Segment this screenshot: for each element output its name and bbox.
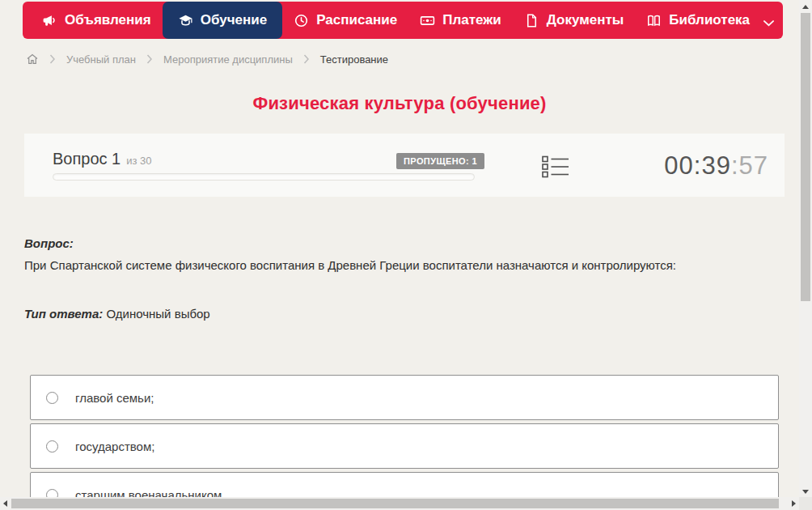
answer-option[interactable]: государством; — [30, 423, 779, 469]
breadcrumb-separator-icon — [49, 54, 56, 64]
nav-item-announcements[interactable]: Объявления — [31, 2, 163, 39]
countdown-timer: 00:39:57 — [664, 151, 768, 181]
breadcrumb-separator-icon — [146, 54, 153, 64]
nav-item-label: Документы — [547, 12, 624, 28]
scroll-left-arrow-icon[interactable] — [3, 500, 7, 507]
question-counter: Вопрос 1 из 30 — [53, 150, 152, 168]
nav-item-label: Библиотека — [669, 12, 750, 28]
chevron-down-icon — [761, 15, 772, 26]
megaphone-icon — [42, 13, 57, 28]
question-number: Вопрос 1 — [53, 150, 121, 168]
vertical-scrollbar-thumb[interactable] — [801, 13, 810, 301]
question-total: из 30 — [126, 155, 151, 167]
page-title: Физическая культура (обучение) — [0, 93, 799, 114]
nav-item-library[interactable]: Библиотека — [635, 2, 783, 39]
horizontal-scrollbar-thumb[interactable] — [11, 499, 779, 508]
breadcrumb-item-testing: Тестирование — [320, 53, 388, 66]
vertical-scrollbar[interactable] — [799, 0, 812, 497]
clock-icon — [294, 13, 309, 28]
nav-item-label: Платежи — [442, 12, 501, 28]
horizontal-scrollbar[interactable] — [0, 497, 799, 510]
question-text: При Спартанской системе физического восп… — [24, 257, 780, 273]
radio-button-icon[interactable] — [46, 440, 58, 453]
skipped-badge: ПРОПУЩЕНО: 1 — [396, 153, 484, 169]
scrollbar-corner — [799, 497, 812, 510]
scroll-up-arrow-icon[interactable] — [802, 5, 809, 9]
nav-item-learning[interactable]: Обучение — [163, 2, 282, 39]
breadcrumb: Учебный план Мероприятие дисциплины Тест… — [26, 51, 388, 67]
quiz-progress-bar — [53, 173, 475, 181]
scroll-down-arrow-icon[interactable] — [802, 490, 809, 494]
nav-item-schedule[interactable]: Расписание — [282, 2, 408, 39]
nav-item-label: Расписание — [316, 12, 397, 28]
home-icon[interactable] — [26, 53, 39, 66]
top-navbar: Объявления Обучение Расписание Платежи Д… — [23, 2, 783, 39]
answer-option-label: главой семьи; — [75, 391, 154, 405]
answer-type-value: Одиночный выбор — [106, 307, 209, 321]
breadcrumb-item-study-plan[interactable]: Учебный план — [66, 53, 136, 66]
banknote-icon — [420, 13, 435, 28]
scroll-right-arrow-icon[interactable] — [792, 500, 796, 507]
quiz-header-panel: Вопрос 1 из 30 ПРОПУЩЕНО: 1 00:39:57 — [24, 134, 785, 197]
nav-item-label: Объявления — [65, 12, 151, 28]
answer-type-label: Тип ответа: — [24, 307, 103, 321]
nav-item-documents[interactable]: Документы — [513, 2, 636, 39]
answer-option[interactable]: главой семьи; — [30, 375, 779, 420]
question-list-icon[interactable] — [542, 155, 569, 181]
nav-item-label: Обучение — [201, 12, 267, 28]
graduation-cap-icon — [178, 13, 193, 28]
question-prompt-label: Вопрос: — [24, 236, 74, 250]
book-icon — [646, 13, 662, 28]
timer-seconds: :57 — [731, 151, 768, 180]
timer-minutes: 00:39 — [664, 151, 731, 180]
document-icon — [524, 13, 539, 28]
nav-item-payments[interactable]: Платежи — [408, 2, 513, 39]
answer-option-label: государством; — [75, 440, 154, 453]
radio-button-icon[interactable] — [46, 392, 58, 404]
answer-options-list: главой семьи; государством; старшим воен… — [30, 375, 779, 510]
breadcrumb-separator-icon — [303, 54, 310, 64]
breadcrumb-item-discipline-event[interactable]: Мероприятие дисциплины — [163, 53, 293, 66]
answer-type-row: Тип ответа: Одиночный выбор — [24, 307, 210, 321]
